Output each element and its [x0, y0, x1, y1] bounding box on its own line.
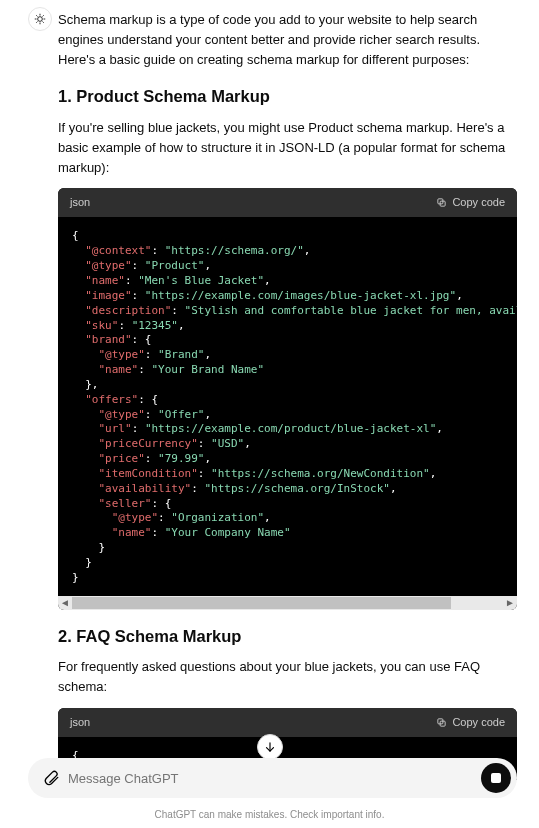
footer-note: ChatGPT can make mistakes. Check importa… [0, 809, 539, 820]
code1-pre[interactable]: { "@context": "https://schema.org/", "@t… [58, 217, 517, 595]
composer [28, 758, 517, 798]
section2-desc: For frequently asked questions about you… [58, 657, 517, 697]
scroll-to-bottom-button[interactable] [257, 734, 283, 760]
code1-lang: json [70, 194, 90, 211]
section2-heading: 2. FAQ Schema Markup [58, 624, 517, 650]
attachment-icon[interactable] [42, 768, 60, 789]
copy-code-button-1[interactable]: Copy code [436, 194, 505, 211]
section1-desc: If you're selling blue jackets, you migh… [58, 118, 517, 178]
assistant-avatar [28, 7, 52, 31]
message-input[interactable] [60, 771, 481, 786]
send-button[interactable] [481, 763, 511, 793]
scroll-left-icon[interactable]: ◄ [58, 595, 72, 610]
code2-lang: json [70, 714, 90, 731]
code1-h-scrollbar[interactable]: ◄ ► [58, 596, 517, 610]
intro-text: Schema markup is a type of code you add … [58, 10, 517, 70]
svg-point-0 [38, 17, 43, 22]
code-block-1: json Copy code { "@context": "https://sc… [58, 188, 517, 609]
scroll-right-icon[interactable]: ► [503, 595, 517, 610]
copy-code-button-2[interactable]: Copy code [436, 714, 505, 731]
section1-heading: 1. Product Schema Markup [58, 84, 517, 110]
